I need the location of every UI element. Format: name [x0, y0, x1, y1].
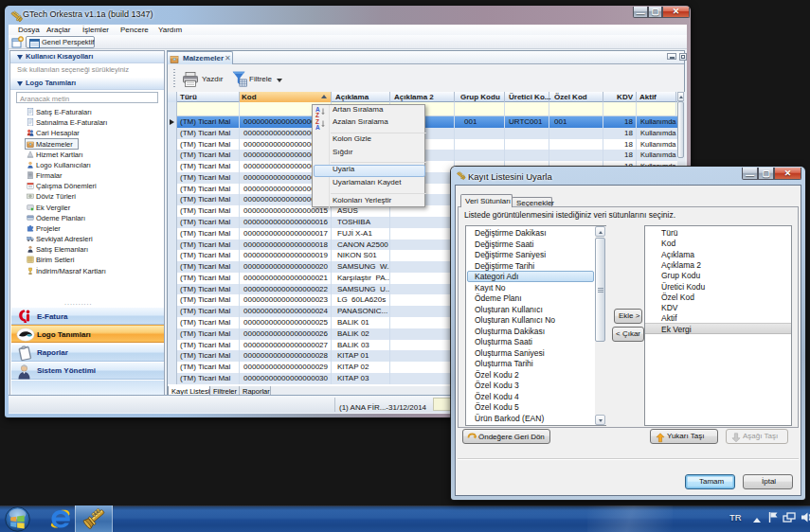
- svg-text:A: A: [315, 124, 320, 131]
- svg-text:Z: Z: [315, 112, 319, 118]
